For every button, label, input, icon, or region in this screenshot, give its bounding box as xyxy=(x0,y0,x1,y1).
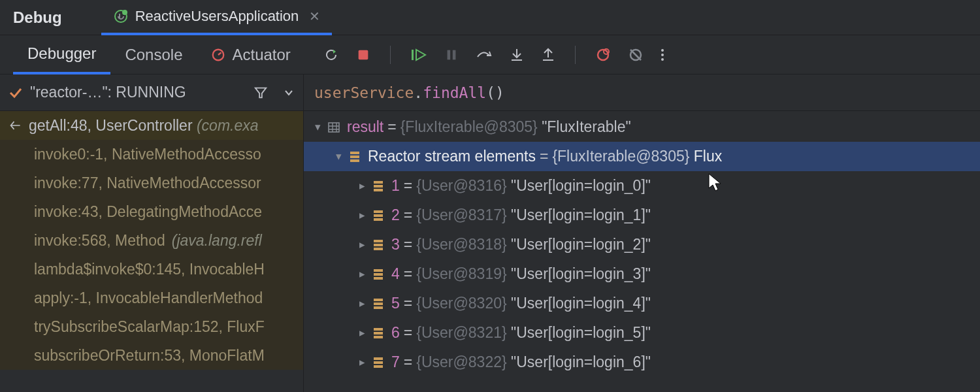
debugger-toolbar: Debugger Console Actuator xyxy=(0,35,980,74)
svg-rect-31 xyxy=(374,299,383,301)
svg-rect-33 xyxy=(374,306,383,309)
variables-tree[interactable]: ▾ result={FluxIterable@8305} "FluxIterab… xyxy=(304,111,980,377)
step-into-icon[interactable] xyxy=(510,47,524,63)
variables-panel: userService.findAll() ▾ result={FluxIter… xyxy=(304,74,980,392)
resume-icon[interactable] xyxy=(410,47,427,63)
chevron-down-icon[interactable] xyxy=(274,88,303,98)
svg-rect-15 xyxy=(329,123,339,132)
frame-row[interactable]: invoke:43, DelegatingMethodAcce xyxy=(0,197,303,226)
svg-rect-28 xyxy=(374,269,383,272)
chevron-right-icon[interactable]: ▸ xyxy=(355,238,369,252)
svg-point-9 xyxy=(598,50,608,60)
tool-window-title: Debug xyxy=(13,8,62,27)
array-icon xyxy=(372,180,386,193)
tab-console[interactable]: Console xyxy=(110,35,197,74)
svg-point-12 xyxy=(661,49,664,52)
separator xyxy=(390,46,391,64)
svg-rect-38 xyxy=(374,361,383,364)
svg-point-1 xyxy=(122,10,127,15)
svg-rect-35 xyxy=(374,332,383,335)
frame-row[interactable]: invoke0:-1, NativeMethodAccesso xyxy=(0,140,303,169)
frame-row[interactable]: subscribeOrReturn:53, MonoFlatM xyxy=(0,341,303,370)
variable-node-result[interactable]: ▾ result={FluxIterable@8305} "FluxIterab… xyxy=(304,112,980,142)
svg-rect-27 xyxy=(374,248,383,250)
svg-rect-24 xyxy=(374,218,383,221)
more-icon[interactable] xyxy=(661,47,664,63)
frame-row[interactable]: lambda$invoke$0:145, InvocableH xyxy=(0,255,303,284)
svg-rect-4 xyxy=(412,50,414,60)
variable-node-item[interactable]: ▸1={User@8316} "User[login=login_0]" xyxy=(304,171,980,201)
title-bar: Debug ReactiveUsersApplication ✕ xyxy=(0,0,980,35)
variable-node-item[interactable]: ▸2={User@8317} "User[login=login_1]" xyxy=(304,201,980,230)
variable-node-item[interactable]: ▸3={User@8318} "User[login=login_2]" xyxy=(304,230,980,259)
frame-row[interactable]: invoke:77, NativeMethodAccessor xyxy=(0,169,303,197)
chevron-right-icon[interactable]: ▸ xyxy=(355,267,369,281)
chevron-right-icon[interactable]: ▸ xyxy=(355,297,369,310)
frame-row[interactable]: trySubscribeScalarMap:152, FluxF xyxy=(0,312,303,341)
svg-rect-23 xyxy=(374,214,383,217)
mute-breakpoints-icon[interactable] xyxy=(628,47,644,63)
frames-panel: "reactor-…": RUNNING getAll:48, UserCont… xyxy=(0,74,304,392)
svg-rect-21 xyxy=(374,189,383,191)
variable-node-item[interactable]: ▸4={User@8319} "User[login=login_3]" xyxy=(304,259,980,289)
chevron-down-icon[interactable]: ▾ xyxy=(331,150,346,163)
array-icon xyxy=(372,268,386,281)
svg-rect-17 xyxy=(350,155,359,158)
view-breakpoints-icon[interactable] xyxy=(595,47,611,63)
thread-selector[interactable]: "reactor-…": RUNNING xyxy=(0,74,303,111)
evaluate-expression-input[interactable]: userService.findAll() xyxy=(304,74,980,111)
frame-list[interactable]: getAll:48, UserController (com.exa invok… xyxy=(0,111,303,370)
svg-rect-25 xyxy=(374,240,383,242)
step-out-icon[interactable] xyxy=(541,47,555,63)
pause-icon[interactable] xyxy=(444,48,459,62)
svg-rect-16 xyxy=(350,152,359,154)
drop-frame-icon[interactable] xyxy=(9,119,22,132)
chevron-right-icon[interactable]: ▸ xyxy=(355,355,369,369)
svg-rect-29 xyxy=(374,273,383,276)
svg-rect-22 xyxy=(374,210,383,213)
chevron-right-icon[interactable]: ▸ xyxy=(355,179,369,193)
svg-rect-32 xyxy=(374,302,383,305)
tab-actuator[interactable]: Actuator xyxy=(197,35,304,74)
frame-row[interactable]: invoke:568, Method (java.lang.refl xyxy=(0,226,303,255)
chevron-right-icon[interactable]: ▸ xyxy=(355,208,369,222)
array-icon xyxy=(372,327,386,340)
frame-row[interactable]: apply:-1, InvocableHandlerMethod xyxy=(0,284,303,312)
svg-rect-7 xyxy=(512,59,522,61)
svg-point-13 xyxy=(661,54,664,56)
svg-rect-34 xyxy=(374,328,383,331)
svg-rect-37 xyxy=(374,357,383,360)
table-icon xyxy=(327,121,342,134)
svg-rect-8 xyxy=(543,59,553,61)
array-icon xyxy=(372,297,386,310)
svg-rect-36 xyxy=(374,336,383,338)
svg-rect-3 xyxy=(359,50,368,59)
svg-rect-39 xyxy=(374,365,383,368)
step-over-icon[interactable] xyxy=(476,48,493,62)
chevron-right-icon[interactable]: ▸ xyxy=(355,326,369,340)
rerun-icon[interactable] xyxy=(323,47,339,63)
array-icon xyxy=(372,209,386,222)
stop-icon[interactable] xyxy=(356,48,370,62)
variable-node-item[interactable]: ▸7={User@8322} "User[login=login_6]" xyxy=(304,348,980,377)
svg-rect-19 xyxy=(374,181,383,184)
svg-rect-18 xyxy=(350,159,359,162)
svg-rect-5 xyxy=(447,50,450,59)
tab-debugger[interactable]: Debugger xyxy=(13,35,110,74)
run-config-tab[interactable]: ReactiveUsersApplication ✕ xyxy=(101,0,333,35)
chevron-down-icon[interactable]: ▾ xyxy=(310,120,325,134)
close-icon[interactable]: ✕ xyxy=(309,8,320,24)
separator xyxy=(575,46,576,64)
filter-icon[interactable] xyxy=(253,86,268,100)
svg-point-14 xyxy=(661,58,664,61)
variable-node-item[interactable]: ▸5={User@8320} "User[login=login_4]" xyxy=(304,289,980,318)
svg-rect-30 xyxy=(374,277,383,280)
frame-row[interactable]: getAll:48, UserController (com.exa xyxy=(0,111,303,140)
run-config-icon xyxy=(113,8,129,24)
variable-node-item[interactable]: ▸6={User@8321} "User[login=login_5]" xyxy=(304,318,980,348)
actuator-icon xyxy=(211,48,225,62)
run-config-name: ReactiveUsersApplication xyxy=(135,8,299,25)
array-icon xyxy=(372,238,386,252)
svg-rect-20 xyxy=(374,185,383,188)
variable-node-stream-elements[interactable]: ▾ Reactor stream elements={FluxIterable@… xyxy=(304,142,980,171)
